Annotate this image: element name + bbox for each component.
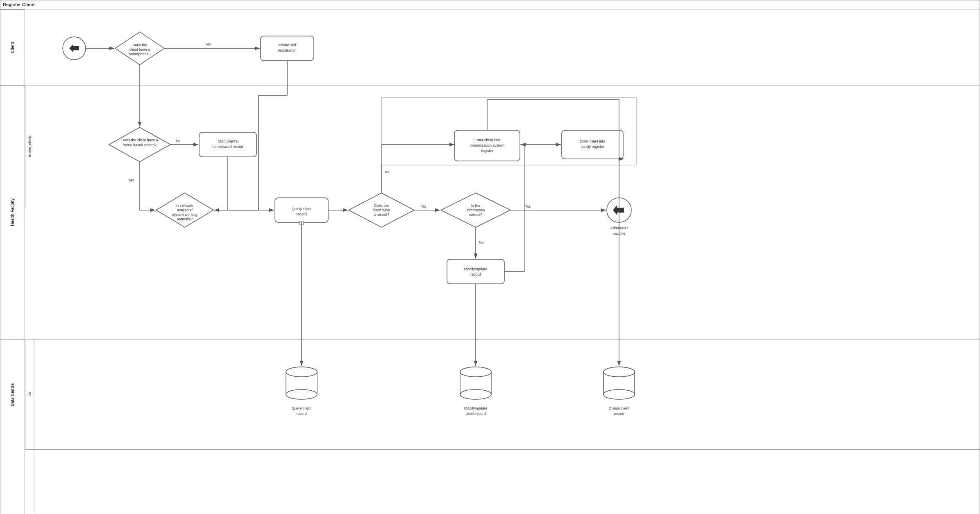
box-modify-l2: record [470,272,481,276]
diamond-has-record-l3: a record? [374,213,389,217]
label-yes-homebased: Yes [128,178,134,182]
diamond-has-record-l1: Does the [374,204,389,208]
health-facility-lane-label: Health Facility [0,85,25,339]
db-query-label1: Query client [292,406,312,410]
diamond-smartphone-label3: smartphone? [129,52,151,56]
db-modify-label2: client record [465,412,485,416]
flowchart-svg: Does the client have a smartphone? Initi… [25,9,980,513]
box-enter-imm-l1: Enter client into [474,138,500,142]
box-homebased-l2: homebased record [212,145,243,149]
box-modify-l1: Modify/update [464,267,488,271]
label-yes-smartphone: Yes [205,42,211,46]
db-query-top2 [286,367,317,377]
diamond-info-correct-l1: Is the [471,204,480,208]
diamond-homebased-l1: Does the client have a [121,138,158,142]
db-modify-bottom [460,389,491,399]
db-create-bottom [603,389,635,399]
diagram-title: Register Client [3,2,35,7]
diamond-network-l1: Is network [176,204,193,208]
db-modify-label1: Modify/update [464,406,488,410]
diamond-network-l3: system working [172,213,197,217]
box-self-reg-label2: registration [278,48,297,52]
data-centre-lane-label: Data Centre [0,339,25,450]
diamond-homebased-l2: home-based record? [122,143,157,147]
label-yes-hasrecord: Yes [421,204,426,208]
db-query-bottom [286,389,317,399]
diamond-smartphone-label: Does the [132,43,147,47]
db-create-label2: record [614,412,624,416]
db-modify-top2 [460,367,491,377]
db-create-top2 [603,367,635,377]
title-bar: Register Client [0,0,980,9]
diamond-info-correct-l3: correct? [469,213,483,217]
box-enter-facility-l2: facility register [581,145,604,149]
box-query-l2: record [296,212,307,216]
diamond-smartphone-label2: client have a [129,48,150,52]
diamond-network-l4: normally? [177,217,193,221]
diamond-info-correct-l2: information [467,208,485,212]
box-homebased-l1: Start client's [218,139,238,143]
box-modify [447,259,504,284]
swim-lanes: Client Health Facility Data Centre [0,9,980,514]
lane-labels: Client Health Facility Data Centre [0,9,25,514]
label-no-hasrecord: No [385,170,389,174]
lane-content: Nurse, clerk IIS [25,9,980,514]
box-enter-imm-l2: immunization system [470,143,504,147]
diamond-has-record-l2: client have [372,208,390,212]
box-enter-facility-l1: Enter client into [580,139,605,143]
diagram-container: Register Client Client Health Facility D… [0,0,980,514]
box-query-l1: Query client [292,207,312,211]
label-yes-infocorrect: Yes [525,204,531,208]
box-enter-imm-l3: register [481,149,493,153]
db-query-label2: record [296,412,307,416]
client-lane-label: Client [0,9,25,85]
db-create-label1: Create client [609,406,630,410]
diamond-network-l2: available/ [177,208,193,212]
label-no-infocorrect: No [479,240,483,245]
label-no-homebased: No [176,139,180,143]
box-self-reg-label1: Initiate self [278,43,296,47]
